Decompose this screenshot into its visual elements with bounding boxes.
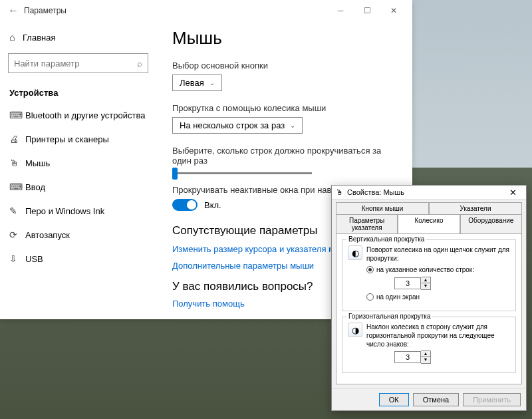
wheel-horizontal-icon: ◑ (348, 323, 362, 337)
mouse-dialog-icon: 🖱 (336, 188, 343, 196)
tab-pointer-options[interactable]: Параметры указателя (336, 214, 398, 233)
dialog-button-row: ОК Отмена Применить (332, 388, 526, 410)
mouse-properties-dialog: 🖱 Свойства: Мышь ✕ Кнопки мыши Указатели… (331, 185, 527, 411)
home-icon: ⌂ (9, 32, 23, 43)
back-button[interactable]: ← (5, 5, 21, 17)
cancel-button[interactable]: Отмена (413, 393, 459, 406)
radio-screen-row[interactable]: на один экран (366, 293, 510, 301)
scroll-wheel-label: Прокрутка с помощью колесика мыши (172, 103, 396, 113)
spin-up[interactable]: ▲ (421, 277, 430, 283)
vertical-scroll-group: Вертикальная прокрутка ◐ Поворот колесик… (342, 239, 516, 311)
tab-pointers[interactable]: Указатели (429, 202, 522, 214)
printer-icon: 🖨 (9, 134, 25, 144)
sidebar-section-label: Устройства (0, 82, 156, 103)
mouse-icon: 🖱 (9, 158, 25, 168)
sidebar: ⌂ Главная ⌕ Устройства ⌨Bluetooth и друг… (0, 21, 156, 319)
lines-input[interactable] (394, 277, 421, 289)
lines-slider[interactable] (172, 172, 312, 174)
close-button[interactable]: ✕ (380, 1, 407, 20)
titlebar: ← Параметры ─ ☐ ✕ (0, 0, 412, 21)
chars-spinner[interactable]: ▲▼ (394, 350, 510, 364)
horizontal-legend: Горизонтальная прокрутка (346, 313, 432, 320)
nav-pen[interactable]: ✎Перо и Windows Ink (0, 199, 156, 223)
tab-hardware[interactable]: Оборудование (460, 214, 522, 233)
chevron-down-icon: ⌄ (209, 79, 215, 86)
nav-printers[interactable]: 🖨Принтеры и сканеры (0, 127, 156, 151)
ok-button[interactable]: ОК (379, 393, 409, 406)
search-icon: ⌕ (137, 59, 142, 69)
minimize-button[interactable]: ─ (327, 1, 354, 20)
chevron-down-icon: ⌄ (290, 122, 295, 129)
tab-buttons[interactable]: Кнопки мыши (336, 202, 429, 214)
maximize-button[interactable]: ☐ (354, 1, 380, 20)
horizontal-desc: Наклон колесика в сторону служит для гор… (366, 323, 510, 349)
keyboard-icon: ⌨ (9, 182, 25, 192)
vertical-legend: Вертикальная прокрутка (346, 235, 426, 243)
dialog-close-button[interactable]: ✕ (503, 188, 522, 198)
spin-up[interactable]: ▲ (421, 351, 430, 357)
dialog-title: Свойства: Мышь (347, 188, 503, 196)
lines-spinner[interactable]: ▲▼ (394, 277, 510, 290)
bluetooth-icon: ⌨ (9, 110, 25, 120)
dialog-titlebar: 🖱 Свойства: Мышь ✕ (332, 186, 526, 200)
search-box[interactable]: ⌕ (8, 53, 148, 73)
scroll-wheel-select[interactable]: На несколько строк за раз ⌄ (172, 117, 303, 134)
page-title: Мышь (172, 28, 396, 49)
primary-button-label: Выбор основной кнопки (172, 61, 396, 70)
nav-bluetooth[interactable]: ⌨Bluetooth и другие устройства (0, 103, 156, 127)
pen-icon: ✎ (9, 206, 25, 216)
toggle-knob (187, 200, 196, 210)
radio-screen[interactable] (366, 293, 374, 301)
wheel-tab-panel: Вертикальная прокрутка ◐ Поворот колесик… (336, 233, 522, 384)
search-input[interactable] (14, 59, 137, 69)
tabs-area: Кнопки мыши Указатели Параметры указател… (332, 200, 526, 233)
spin-down[interactable]: ▼ (421, 283, 430, 289)
radio-lines-row[interactable]: на указанное количество строк: (366, 266, 510, 273)
home-label: Главная (23, 33, 55, 43)
radio-lines[interactable] (366, 266, 374, 273)
nav-autoplay[interactable]: ⟳Автозапуск (0, 223, 156, 247)
nav-usb[interactable]: ⇩USB (0, 247, 156, 271)
inactive-windows-toggle[interactable] (172, 199, 198, 211)
usb-icon: ⇩ (9, 253, 25, 264)
home-link[interactable]: ⌂ Главная (0, 27, 156, 48)
nav-typing[interactable]: ⌨Ввод (0, 175, 156, 199)
wheel-vertical-icon: ◐ (348, 245, 362, 260)
lines-per-scroll-label: Выберите, сколько строк должно прокручив… (172, 146, 396, 166)
toggle-state-label: Вкл. (204, 200, 221, 210)
horizontal-scroll-group: Горизонтальная прокрутка ◑ Наклон колеси… (342, 317, 516, 373)
tab-wheel[interactable]: Колесико (398, 214, 460, 233)
autoplay-icon: ⟳ (9, 229, 25, 240)
nav-mouse[interactable]: 🖱Мышь (0, 151, 156, 175)
apply-button[interactable]: Применить (463, 393, 521, 406)
primary-button-select[interactable]: Левая ⌄ (172, 74, 222, 91)
window-title: Параметры (21, 6, 327, 15)
spin-down[interactable]: ▼ (421, 357, 430, 363)
chars-input[interactable] (394, 351, 421, 363)
vertical-desc: Поворот колесика на один щелчок служит д… (366, 245, 510, 263)
slider-thumb[interactable] (172, 168, 178, 180)
